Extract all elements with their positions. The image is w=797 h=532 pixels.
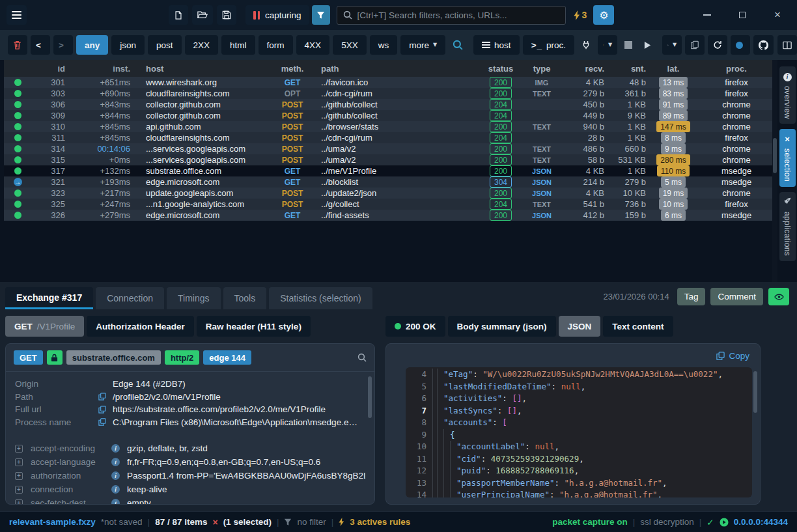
request-row-306[interactable]: 306 +843ms collector.github.com POST ../… [4, 99, 772, 110]
debug-button[interactable]: ▼ [598, 35, 617, 55]
add-filter-icon[interactable]: + [15, 486, 23, 494]
filter-chip-4XX[interactable]: 4XX [296, 35, 330, 55]
column-header-inst.[interactable]: inst. [65, 64, 130, 74]
panel-tab-tools[interactable]: Tools [223, 287, 267, 309]
request-row-323[interactable]: 323 +217ms update.googleapis.com POST ..… [4, 188, 772, 199]
add-filter-icon[interactable]: + [15, 472, 23, 480]
tag-button[interactable]: Tag [677, 288, 706, 305]
group-by-process-button[interactable]: >_ proc. [523, 35, 574, 55]
maximize-button[interactable] [734, 7, 750, 23]
filter-chip-json[interactable]: json [111, 35, 145, 55]
tab-raw-header[interactable]: Raw header (H11 style) [197, 316, 311, 337]
column-header-host[interactable]: host [130, 64, 270, 74]
panel-tab-timings[interactable]: Timings [167, 287, 221, 309]
panel-tab-connection[interactable]: Connection [96, 287, 164, 309]
filter-more-button[interactable]: more ▼ [400, 35, 445, 55]
info-icon[interactable]: i [111, 499, 120, 505]
request-row-325[interactable]: 325 +247ms ...n1.google-analytics.com PO… [4, 199, 772, 210]
scrollbar-thumb[interactable] [773, 138, 777, 173]
request-row-321[interactable]: → 321 +193ms edge.microsoft.com GET ../b… [4, 176, 772, 188]
capturing-toggle-button[interactable]: capturing [245, 5, 309, 25]
column-header-lat.[interactable]: lat. [646, 64, 701, 74]
filter-chip-form[interactable]: form [259, 35, 293, 55]
visibility-button[interactable] [768, 288, 789, 305]
rail-tab-applications[interactable]: applications [779, 192, 796, 261]
column-header-type[interactable]: type [525, 64, 559, 74]
request-row-311[interactable]: 311 +845ms cloudflareinsights.com POST .… [4, 132, 772, 143]
search-in-request-button[interactable] [357, 353, 367, 362]
filter-status[interactable]: no filter [297, 517, 326, 527]
filter-chip-ws[interactable]: ws [370, 35, 398, 55]
card-scrollbar-thumb[interactable] [753, 371, 757, 413]
duplicate-button[interactable] [685, 35, 705, 55]
json-viewer[interactable]: 4"eTag": "W/\u0022Ru0ZzU05ukSpNJw2HMtVQA… [406, 367, 752, 497]
record-button[interactable] [731, 35, 750, 55]
close-button[interactable]: × [770, 7, 785, 23]
comment-button[interactable]: Comment [710, 288, 763, 305]
table-scrollbar[interactable] [772, 60, 777, 282]
layout-toggle-button[interactable] [777, 35, 797, 55]
column-header-meth.[interactable]: meth. [270, 64, 315, 74]
hamburger-menu-button[interactable] [7, 5, 27, 25]
copy-json-button[interactable]: Copy [716, 351, 749, 361]
search-input[interactable] [357, 10, 559, 20]
active-rules-status[interactable]: 3 actives rules [350, 517, 410, 527]
copy-icon[interactable] [98, 393, 106, 400]
filter-chip-post[interactable]: post [148, 35, 182, 55]
card-scrollbar-thumb[interactable] [368, 376, 372, 418]
request-row-303[interactable]: 303 +690ms cloudflareinsights.com OPT ..… [4, 88, 772, 99]
tab-body-summary[interactable]: Body summary (json) [448, 316, 556, 337]
filter-chip-2XX[interactable]: 2XX [185, 35, 219, 55]
session-filename[interactable]: relevant-sample.fxzy [9, 517, 96, 527]
column-header-path[interactable]: path [315, 64, 477, 74]
column-header-snt.[interactable]: snt. [604, 64, 646, 74]
capture-filter-button[interactable] [312, 5, 330, 25]
request-row-310[interactable]: 310 +845ms api.github.com POST ../browse… [4, 121, 772, 132]
active-rules-indicator[interactable]: 3 [574, 10, 587, 20]
request-row-309[interactable]: 309 +844ms collector.github.com POST ../… [4, 110, 772, 121]
clear-selection-icon[interactable]: × [212, 517, 217, 527]
toolbar-search-button[interactable] [449, 35, 467, 55]
connect-button[interactable] [578, 35, 594, 55]
request-row-301[interactable]: 301 +651ms www.wireshark.org GET ../favi… [4, 77, 772, 88]
tab-text-content[interactable]: Text content [603, 316, 673, 337]
info-icon[interactable]: i [111, 458, 120, 466]
settings-button[interactable]: ⚙ [593, 5, 614, 25]
column-header-id[interactable]: id [31, 64, 65, 74]
tab-response-status[interactable]: 200 OK [385, 316, 445, 337]
copy-icon[interactable] [98, 418, 106, 426]
info-icon[interactable]: i [111, 485, 120, 494]
save-button[interactable] [217, 5, 236, 25]
add-filter-icon[interactable]: + [15, 499, 23, 505]
github-button[interactable] [753, 35, 774, 55]
filter-chip-html[interactable]: html [221, 35, 255, 55]
tab-json[interactable]: JSON [559, 316, 601, 337]
new-file-button[interactable] [169, 5, 188, 25]
filter-chip-any[interactable]: any [76, 35, 108, 55]
group-by-host-button[interactable]: host [473, 35, 520, 55]
add-filter-icon[interactable]: + [15, 445, 23, 453]
filter-chip-5XX[interactable]: 5XX [333, 35, 367, 55]
panel-tab-statistics-selection-[interactable]: Statistics (selection) [269, 287, 372, 309]
proxy-endpoint[interactable]: 0.0.0.0:44344 [734, 517, 788, 527]
panel-tab-exchange-317[interactable]: Exchange #317 [5, 287, 93, 309]
minimize-button[interactable] [699, 7, 715, 23]
request-row-326[interactable]: 326 +279ms edge.microsoft.com GET ../fin… [4, 210, 772, 221]
request-row-314[interactable]: 314 00:14:06 ...services.googleapis.com … [4, 143, 772, 154]
info-icon[interactable]: i [111, 444, 120, 453]
nav-back-button[interactable]: < [31, 35, 50, 55]
rail-tab-selection[interactable]: × selection [779, 129, 796, 187]
add-filter-icon[interactable]: + [15, 458, 23, 466]
stop-button[interactable] [621, 35, 636, 55]
tab-authorization-header[interactable]: Authorization Header [87, 316, 194, 337]
column-header-proc.[interactable]: proc. [701, 64, 772, 74]
request-row-315[interactable]: 315 +0ms ...services.googleapis.com POST… [4, 154, 772, 165]
play-button[interactable] [639, 35, 656, 55]
column-header-status[interactable]: status [477, 64, 525, 74]
request-row-317[interactable]: 317 +132ms substrate.office.com GET ../m… [4, 165, 772, 176]
tab-request-line[interactable]: GET/V1Profile [5, 316, 84, 337]
column-header-recv.[interactable]: recv. [559, 64, 604, 74]
rail-tab-overview[interactable]: i overview [779, 66, 796, 124]
info-icon[interactable]: i [111, 471, 120, 480]
open-file-button[interactable] [192, 5, 213, 25]
